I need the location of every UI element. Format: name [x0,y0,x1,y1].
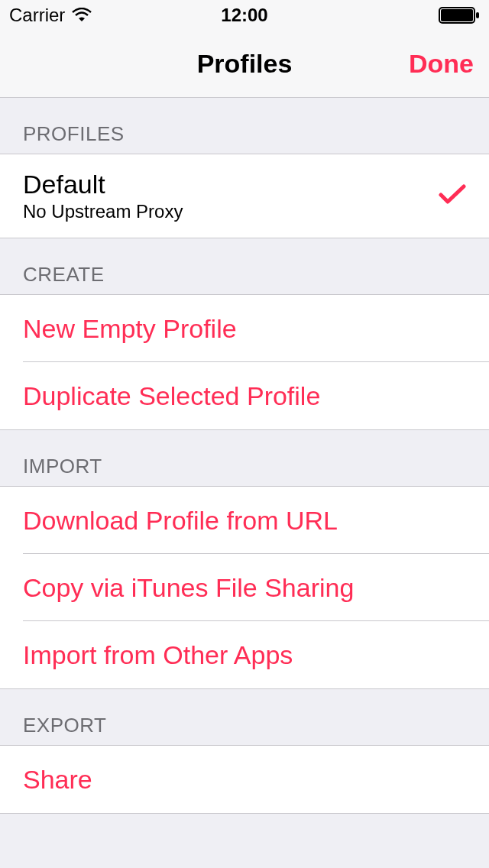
import-group: Download Profile from URL Copy via iTune… [0,486,489,689]
action-label: Copy via iTunes File Sharing [23,573,354,603]
new-empty-profile-button[interactable]: New Empty Profile [0,295,489,362]
wifi-icon [71,8,92,23]
status-left: Carrier [9,5,92,26]
section-header-export: EXPORT [0,689,489,745]
action-label: New Empty Profile [23,314,237,344]
create-group: New Empty Profile Duplicate Selected Pro… [0,294,489,430]
section-header-profiles: PROFILES [0,98,489,154]
export-group: Share [0,745,489,814]
checkmark-icon [439,184,466,209]
svg-rect-2 [476,12,479,18]
action-label: Download Profile from URL [23,506,338,536]
done-button[interactable]: Done [409,49,474,79]
page-title: Profiles [197,49,293,79]
duplicate-profile-button[interactable]: Duplicate Selected Profile [0,362,489,429]
action-label: Share [23,765,92,795]
profiles-group: Default No Upstream Proxy [0,154,489,238]
status-time: 12:00 [221,5,267,26]
section-header-create: CREATE [0,238,489,294]
profile-row-default[interactable]: Default No Upstream Proxy [0,154,489,238]
status-bar: Carrier 12:00 [0,0,489,31]
profile-title: Default [23,170,183,199]
share-button[interactable]: Share [0,746,489,813]
carrier-label: Carrier [9,5,65,26]
nav-bar: Profiles Done [0,31,489,98]
profile-row-content: Default No Upstream Proxy [23,170,183,222]
copy-itunes-button[interactable]: Copy via iTunes File Sharing [0,554,489,621]
section-header-import: IMPORT [0,430,489,486]
import-other-apps-button[interactable]: Import from Other Apps [0,621,489,688]
download-from-url-button[interactable]: Download Profile from URL [0,487,489,554]
action-label: Duplicate Selected Profile [23,381,320,411]
svg-rect-1 [441,9,473,21]
action-label: Import from Other Apps [23,640,293,670]
battery-icon [439,6,480,24]
profile-subtitle: No Upstream Proxy [23,201,183,222]
